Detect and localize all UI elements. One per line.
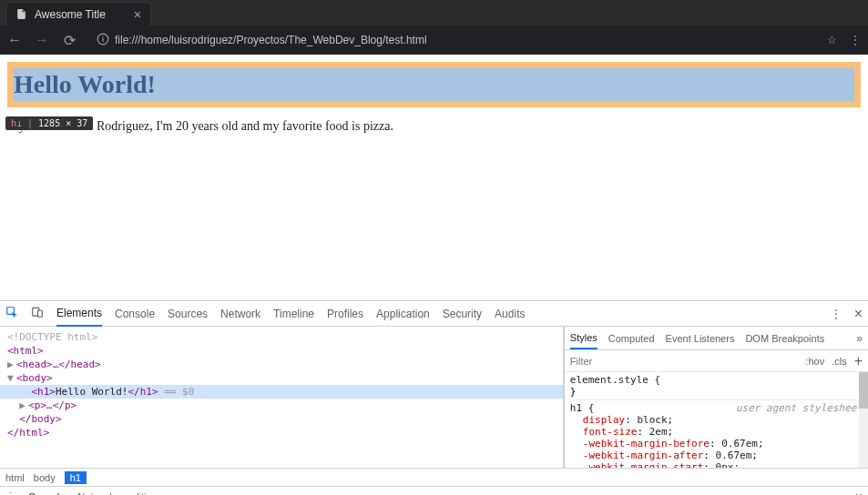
tab-title: Awesome Title [35,8,106,21]
styles-more-icon[interactable]: » [856,332,863,345]
svg-rect-5 [38,310,43,317]
reload-button[interactable]: ⟳ [62,32,77,49]
dom-tree[interactable]: <!DOCTYPE html> <html> ▶<head>…</head> ▼… [0,327,564,468]
styles-tab-event-listeners[interactable]: Event Listeners [666,328,735,349]
brace-close: } [570,386,577,398]
inspect-element-icon[interactable] [5,306,18,321]
close-tab-icon[interactable]: × [134,8,141,21]
back-button[interactable]: ← [7,32,22,48]
tab-sources[interactable]: Sources [168,302,208,326]
drawer-tab-network-conditions[interactable]: Network conditions [77,491,162,496]
svg-rect-1 [102,37,103,41]
breadcrumb-html[interactable]: html [5,472,25,483]
tooltip-dimensions: 1285 × 37 [38,118,87,128]
url-box[interactable]: file:///home/luisrodriguez/Proyectos/The… [89,30,814,51]
browser-tab[interactable]: Awesome Title × [5,2,151,25]
breadcrumb-h1[interactable]: h1 [65,471,87,484]
devtools-menu-icon[interactable]: ⋮ [831,308,842,320]
css-declaration[interactable]: -webkit-margin-before: 0.67em; [570,438,863,450]
browser-menu-icon[interactable]: ⋮ [850,34,861,46]
ua-stylesheet-label: user agent stylesheet [736,402,863,414]
dom-body-open[interactable]: <body> [16,372,53,384]
hov-toggle[interactable]: :hov [805,356,824,367]
tab-timeline[interactable]: Timeline [273,302,314,326]
tab-security[interactable]: Security [443,302,482,326]
dom-h1-selected[interactable]: <h1>Hello World!</h1> == $0 [0,385,563,399]
devtools-drawer: ⋮ Console Network conditions × [0,486,868,495]
styles-pane: Styles Computed Event Listeners DOM Brea… [564,327,868,468]
styles-scrollbar[interactable] [859,372,868,468]
drawer-tab-console[interactable]: Console [28,491,65,496]
page-body-band: Hello World! [7,62,861,107]
tab-console[interactable]: Console [115,302,155,326]
styles-filter-input[interactable] [570,356,799,367]
dom-head[interactable]: <head>…</head> [16,359,101,370]
address-bar: ← → ⟳ file:///home/luisrodriguez/Proyect… [0,25,868,55]
devtools: Elements Console Sources Network Timelin… [0,300,868,495]
page-viewport: Hello World! My name is Luis Rodriguez, … [0,55,868,300]
styles-tab-dom-breakpoints[interactable]: DOM Breakpoints [745,328,824,349]
h1-selector[interactable]: h1 { [570,402,595,414]
bookmark-star-icon[interactable]: ☆ [827,34,837,46]
devtools-close-icon[interactable]: × [854,306,863,322]
drawer-close-icon[interactable]: × [855,490,863,496]
tab-application[interactable]: Application [376,302,430,326]
tab-network[interactable]: Network [220,302,260,326]
device-toolbar-icon[interactable] [31,306,44,321]
css-declaration[interactable]: display: block; [570,414,863,426]
devtools-tab-bar: Elements Console Sources Network Timelin… [0,301,868,327]
dom-doctype[interactable]: <!DOCTYPE html> [7,331,97,343]
browser-tab-strip: Awesome Title × [0,0,868,25]
tab-elements[interactable]: Elements [56,301,102,327]
css-rules[interactable]: element.style { } h1 {user agent stylesh… [565,372,868,468]
new-style-rule-icon[interactable]: + [854,353,863,369]
tab-profiles[interactable]: Profiles [327,302,363,326]
page-paragraph: My name is Luis Rodriguez, I'm 20 years … [7,119,861,134]
css-declaration[interactable]: -webkit-margin-after: 0.67em; [570,450,863,461]
tooltip-tag: h1 [11,118,22,128]
tab-audits[interactable]: Audits [495,302,525,326]
element-style-selector[interactable]: element.style { [570,374,660,386]
cls-toggle[interactable]: .cls [832,356,847,367]
dom-body-close[interactable]: </body> [19,413,61,425]
css-declaration[interactable]: font-size: 2em; [570,426,863,438]
page-heading: Hello World! [14,68,854,101]
dom-p[interactable]: <p>…</p> [28,399,77,411]
dom-breadcrumb: html body h1 [0,468,868,486]
document-icon [15,8,27,20]
styles-tab-styles[interactable]: Styles [570,328,597,349]
forward-button: → [35,32,49,48]
site-info-icon[interactable] [97,33,109,48]
url-text: file:///home/luisrodriguez/Proyectos/The… [115,34,427,46]
element-inspect-tooltip: h1 | 1285 × 37 [5,116,93,130]
styles-tab-computed[interactable]: Computed [608,328,655,349]
drawer-menu-icon[interactable]: ⋮ [5,490,15,495]
dom-html-open[interactable]: <html> [7,345,44,357]
dom-html-close[interactable]: </html> [7,427,49,439]
css-declaration[interactable]: -webkit-margin-start: 0px; [570,461,863,468]
breadcrumb-body[interactable]: body [34,472,56,483]
styles-filter-row: :hov .cls + [565,350,868,372]
svg-rect-2 [102,35,103,36]
styles-tab-bar: Styles Computed Event Listeners DOM Brea… [565,327,868,350]
